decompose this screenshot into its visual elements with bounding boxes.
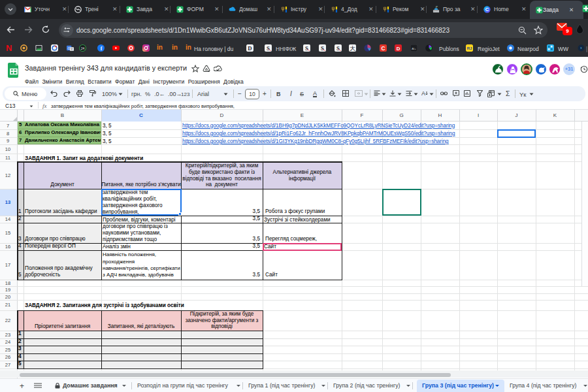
svg-text:D: D [248, 45, 252, 52]
svg-text:f: f [101, 46, 103, 52]
svg-text:›: › [580, 46, 581, 50]
svg-text:D: D [397, 46, 400, 52]
svg-text:A: A [421, 90, 425, 97]
svg-text:S: S [321, 45, 324, 52]
svg-text:文: 文 [70, 47, 73, 51]
svg-text:S: S [305, 45, 308, 52]
svg-text:大: 大 [350, 45, 355, 52]
svg-text:C: C [382, 46, 385, 52]
svg-text:S: S [267, 45, 270, 52]
svg-text:S: S [336, 45, 340, 52]
svg-text:RJ: RJ [467, 46, 472, 50]
svg-text:C: C [485, 7, 489, 12]
svg-text:AI+: AI+ [412, 47, 416, 50]
svg-text:24: 24 [81, 46, 85, 50]
